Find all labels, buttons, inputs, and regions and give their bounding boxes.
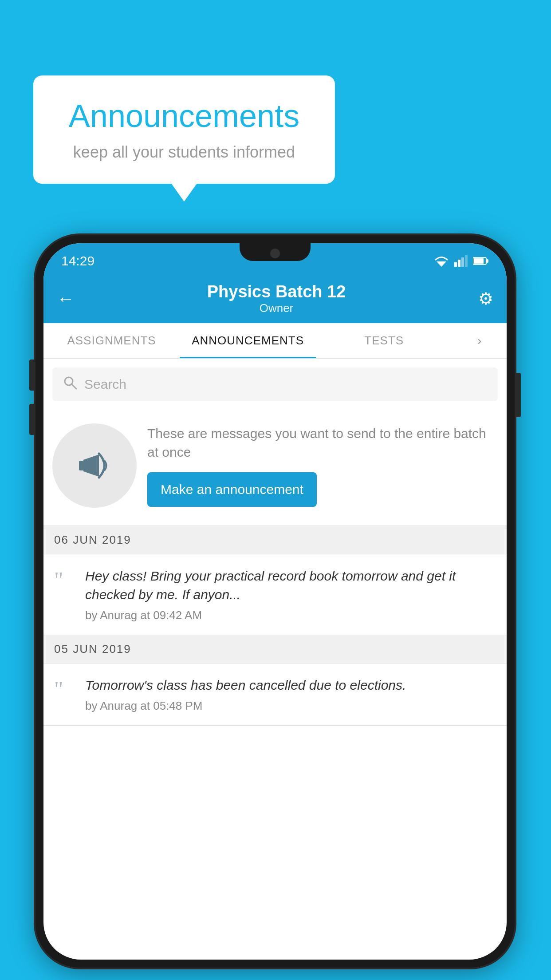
announcement-content-2: Tomorrow's class has been cancelled due …	[85, 676, 496, 713]
tab-tests[interactable]: TESTS	[316, 323, 452, 358]
wifi-icon	[434, 255, 449, 267]
battery-icon	[473, 256, 489, 266]
tab-assignments[interactable]: ASSIGNMENTS	[43, 323, 180, 358]
back-button[interactable]: ←	[57, 289, 75, 309]
phone-notch	[240, 243, 311, 261]
quote-icon-1: "	[54, 569, 76, 591]
svg-rect-6	[474, 258, 484, 264]
volume-down-button	[29, 404, 34, 435]
svg-rect-2	[458, 260, 460, 267]
announcement-meta-2: by Anurag at 05:48 PM	[85, 699, 496, 713]
header-subtitle: Owner	[207, 301, 346, 315]
empty-state: These are messages you want to send to t…	[43, 410, 507, 526]
svg-rect-1	[454, 262, 457, 267]
make-announcement-button[interactable]: Make an announcement	[147, 472, 317, 507]
search-bar[interactable]: Search	[52, 368, 498, 401]
tab-more[interactable]: ›	[452, 323, 507, 358]
bubble-subtitle: keep all your students informed	[60, 143, 308, 162]
announcement-meta-1: by Anurag at 09:42 AM	[85, 609, 496, 622]
announcement-item-1[interactable]: " Hey class! Bring your practical record…	[43, 554, 507, 635]
svg-rect-4	[465, 255, 468, 267]
phone-mockup: 14:29	[35, 235, 515, 968]
header-title-wrap: Physics Batch 12 Owner	[207, 282, 346, 315]
signal-icon	[454, 255, 468, 267]
quote-icon-2: "	[54, 678, 76, 700]
announcement-item-2[interactable]: " Tomorrow's class has been cancelled du…	[43, 664, 507, 726]
status-icons	[434, 255, 489, 267]
bubble-title: Announcements	[60, 98, 308, 134]
svg-rect-3	[461, 257, 464, 267]
power-button	[516, 373, 521, 417]
svg-marker-0	[437, 261, 446, 267]
announcement-content-1: Hey class! Bring your practical record b…	[85, 567, 496, 622]
megaphone-icon	[70, 441, 119, 490]
front-camera	[270, 249, 280, 258]
megaphone-circle	[52, 423, 137, 508]
phone-screen: 14:29	[43, 243, 507, 960]
date-header-2: 05 JUN 2019	[43, 635, 507, 664]
volume-up-button	[29, 360, 34, 391]
tab-announcements[interactable]: ANNOUNCEMENTS	[180, 323, 316, 358]
settings-button[interactable]: ⚙	[478, 289, 493, 308]
header-title: Physics Batch 12	[207, 282, 346, 301]
svg-line-9	[71, 384, 76, 389]
app-header: ← Physics Batch 12 Owner ⚙	[43, 274, 507, 323]
status-time: 14:29	[61, 253, 94, 269]
empty-description: These are messages you want to send to t…	[147, 424, 498, 462]
speech-bubble: Announcements keep all your students inf…	[33, 75, 335, 184]
search-placeholder: Search	[84, 377, 126, 392]
search-icon	[63, 375, 77, 393]
phone-outer: 14:29	[35, 235, 515, 968]
date-header-1: 06 JUN 2019	[43, 526, 507, 554]
screen-content: Search	[43, 359, 507, 726]
announcement-text-1: Hey class! Bring your practical record b…	[85, 567, 496, 604]
tabs-bar: ASSIGNMENTS ANNOUNCEMENTS TESTS ›	[43, 323, 507, 359]
announcement-text-2: Tomorrow's class has been cancelled due …	[85, 676, 496, 695]
svg-rect-10	[79, 461, 85, 470]
empty-text: These are messages you want to send to t…	[147, 424, 498, 507]
svg-rect-7	[487, 259, 488, 263]
